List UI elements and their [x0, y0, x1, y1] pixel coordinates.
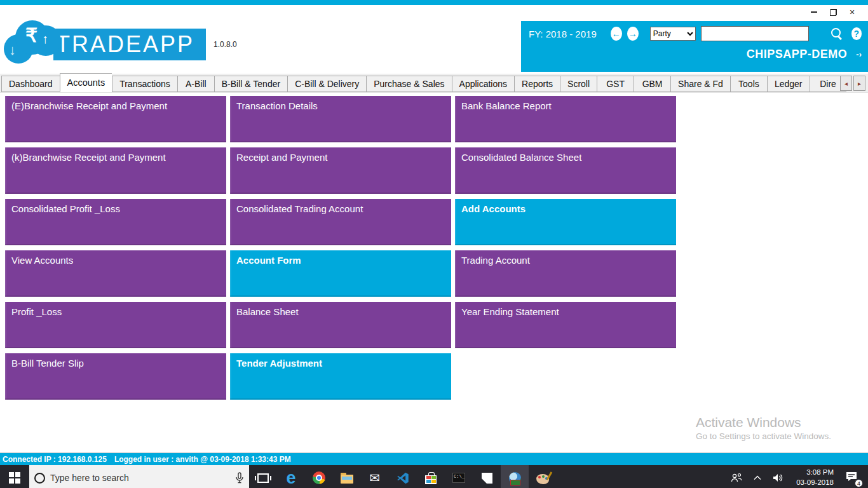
task-view-button[interactable]: [249, 465, 277, 488]
tile-account-form[interactable]: Account Form: [230, 250, 451, 297]
store-icon: [425, 475, 437, 484]
tile-balance-sheet[interactable]: Balance Sheet: [230, 302, 451, 348]
restore-icon: [830, 9, 837, 16]
action-center-button[interactable]: 4: [841, 471, 864, 485]
header-expander-icon[interactable]: -›: [856, 52, 862, 57]
tile-b-bill-tender-slip[interactable]: B-Bill Tender Slip: [5, 353, 226, 400]
tab-share-fd[interactable]: Share & Fd: [670, 76, 730, 92]
accounts-tab-content: (E)Branchwise Receipt and PaymentTransac…: [0, 93, 868, 452]
vscode-icon: [397, 471, 409, 484]
tile-trading-account[interactable]: Trading Account: [455, 250, 676, 297]
activate-windows-line2: Go to Settings to activate Windows.: [696, 431, 831, 441]
next-year-button[interactable]: →: [627, 27, 639, 41]
tile-profit-loss[interactable]: Profit _Loss: [5, 302, 226, 348]
paint-icon: [536, 474, 549, 484]
tab-applications[interactable]: Applications: [452, 76, 515, 92]
notes-app-icon: [482, 473, 492, 484]
logo-up-arrow-icon: ↑: [42, 32, 48, 46]
tile-consolidated-profit-loss[interactable]: Consolidated Profit _Loss: [5, 199, 226, 245]
tab-gst[interactable]: GST: [597, 76, 634, 92]
chevron-up-icon: [754, 475, 761, 480]
logged-in-user-label: Logged in user : anvith @ 03-09-2018 1:3…: [114, 455, 291, 464]
search-icon[interactable]: [831, 27, 841, 40]
tab-b-bill-tender[interactable]: B-Bill & Tender: [214, 76, 287, 92]
main-tabbar: DashboardAccountsTransactionsA-BillB-Bil…: [0, 74, 868, 93]
tab-dashboard[interactable]: Dashboard: [1, 76, 60, 92]
edge-icon: e: [286, 470, 295, 487]
taskbar-item-vscode[interactable]: [389, 465, 417, 488]
prev-year-button[interactable]: ←: [611, 27, 622, 41]
people-icon: [731, 473, 742, 483]
header-search-input[interactable]: [701, 26, 809, 41]
chrome-icon: [313, 471, 325, 484]
taskbar-item-tradeapp-active[interactable]: [501, 465, 529, 488]
taskbar-item-mail[interactable]: ✉: [361, 465, 389, 488]
taskbar-item-store[interactable]: [417, 465, 445, 488]
tab-ledger[interactable]: Ledger: [767, 76, 810, 92]
tab-scroll-controls: ◂ ▸: [840, 76, 865, 91]
volume-button[interactable]: [768, 465, 789, 488]
taskbar-item-cmd[interactable]: C:\_: [445, 465, 473, 488]
tab-tools[interactable]: Tools: [730, 76, 767, 92]
header-toolbar-panel: FY: 2018 - 2019 ← → Party ? CHIPSAPP-DEM…: [521, 21, 868, 72]
help-icon[interactable]: ?: [851, 27, 862, 40]
tab-scroll[interactable]: Scroll: [560, 76, 597, 92]
tile-tender-adjustment[interactable]: Tender Adjustment: [230, 353, 451, 400]
minimize-icon: [811, 11, 817, 13]
tile-receipt-and-payment[interactable]: Receipt and Payment: [230, 147, 451, 194]
tab-accounts[interactable]: Accounts: [60, 73, 112, 92]
tab-scroll-left-button[interactable]: ◂: [840, 76, 852, 91]
tab-reports[interactable]: Reports: [514, 76, 560, 92]
people-button[interactable]: [726, 465, 747, 488]
task-view-icon: [257, 473, 269, 483]
windows-taskbar: Type here to search e ✉ C:\_: [0, 465, 868, 488]
taskbar-item-notes[interactable]: [473, 465, 501, 488]
tab-gbm[interactable]: GBM: [634, 76, 670, 92]
tab-c-bill-delivery[interactable]: C-Bill & Delivery: [287, 76, 366, 92]
tile-consolidated-trading-account[interactable]: Consolidated Trading Account: [230, 199, 451, 245]
activate-windows-line1: Activate Windows: [696, 415, 831, 430]
close-button[interactable]: ×: [843, 6, 862, 18]
taskbar-item-file-explorer[interactable]: [333, 465, 361, 488]
taskbar-item-chrome[interactable]: [305, 465, 333, 488]
tab-purchase-sales[interactable]: Purchase & Sales: [366, 76, 451, 92]
logo-bar: TRADEAPP: [53, 29, 206, 60]
tab-scroll-right-button[interactable]: ▸: [853, 76, 865, 91]
party-dropdown[interactable]: Party: [650, 27, 696, 41]
tile-view-accounts[interactable]: View Accounts: [5, 250, 226, 297]
taskbar-clock[interactable]: 3:08 PM 03-09-2018: [791, 468, 839, 487]
start-button[interactable]: [0, 465, 29, 488]
window-titlebar: ×: [0, 5, 868, 19]
tile-add-accounts[interactable]: Add Accounts: [455, 199, 676, 245]
microphone-icon[interactable]: [235, 472, 244, 484]
tile-consolidated-balance-sheet[interactable]: Consolidated Balance Sheet: [455, 147, 676, 194]
fiscal-year-label: FY: 2018 - 2019: [529, 29, 597, 39]
tile--e-branchwise-receipt-and-payment[interactable]: (E)Branchwise Receipt and Payment: [5, 96, 226, 142]
app-accent-strip: [0, 0, 868, 5]
tile-bank-balance-report[interactable]: Bank Balance Report: [455, 96, 676, 142]
tile-year-ending-statement[interactable]: Year Ending Statement: [455, 302, 676, 348]
app-title: TRADEAPP: [56, 31, 194, 58]
company-name-label: CHIPSAPP-DEMO: [747, 48, 848, 61]
taskbar-item-edge[interactable]: e: [277, 465, 305, 488]
clock-date: 03-09-2018: [796, 478, 834, 488]
tradeapp-icon: [509, 472, 521, 484]
rupee-icon: ₹: [25, 24, 37, 46]
clock-time: 3:08 PM: [796, 468, 834, 478]
cmd-icon: C:\_: [452, 473, 465, 483]
speaker-icon: [773, 473, 784, 483]
tile-transaction-details[interactable]: Transaction Details: [230, 96, 451, 142]
minimize-button[interactable]: [804, 6, 824, 18]
taskbar-item-paint[interactable]: [529, 465, 557, 488]
cortana-icon: [34, 473, 45, 484]
app-logo: ↓ ₹ ↑ TRADEAPP 1.0.8.0: [4, 20, 237, 69]
taskbar-search-box[interactable]: Type here to search: [29, 465, 249, 488]
tray-expand-button[interactable]: [749, 465, 766, 488]
restore-button[interactable]: [824, 6, 843, 18]
tile--k-branchwise-receipt-and-payment[interactable]: (k)Branchwise Receipt and Payment: [5, 147, 226, 194]
tab-transactions[interactable]: Transactions: [112, 76, 177, 92]
tab-a-bill[interactable]: A-Bill: [177, 76, 214, 92]
taskbar-search-placeholder: Type here to search: [50, 473, 230, 483]
activate-windows-watermark: Activate Windows Go to Settings to activ…: [696, 415, 831, 441]
status-bar: Connected IP : 192.168.0.125 Logged in u…: [0, 452, 868, 465]
